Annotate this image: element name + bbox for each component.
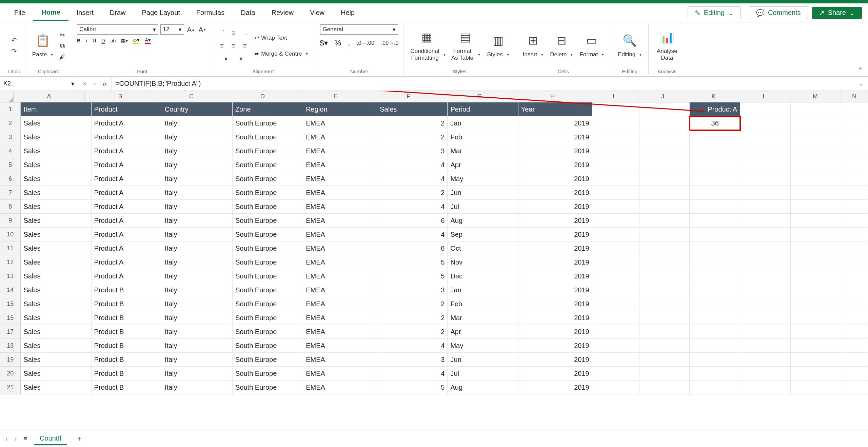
cell-styles-button[interactable]: ▥Styles [485,32,511,59]
cell-A6[interactable]: Sales [21,172,91,186]
cell-M16[interactable] [791,311,841,325]
tab-page-layout[interactable]: Page Layout [134,5,188,20]
cell-K13[interactable] [690,269,740,283]
cell-C19[interactable]: Italy [162,353,233,367]
cell-L16[interactable] [740,311,791,325]
cell-C4[interactable]: Italy [162,144,233,158]
cell-B18[interactable]: Product B [92,339,162,353]
cell-I19[interactable] [592,353,639,367]
cell-J2[interactable] [639,116,690,130]
cell-M6[interactable] [791,172,841,186]
row-header-2[interactable]: 2 [0,116,21,130]
cell-K8[interactable] [690,200,740,214]
cell-G2[interactable]: Jan [448,116,518,130]
cell-F17[interactable]: 2 [377,325,448,339]
cell-G6[interactable]: May [448,172,518,186]
cell-J7[interactable] [639,186,690,200]
cell-F19[interactable]: 3 [377,353,448,367]
editing-mode-button[interactable]: ✎ Editing ⌄ [688,6,741,19]
cell-N18[interactable] [841,339,868,353]
cell-J1[interactable] [639,102,690,116]
comments-button[interactable]: 💬 Comments [749,6,808,19]
number-format-select[interactable]: General▾ [320,24,398,35]
cell-N3[interactable] [841,130,868,144]
cell-N7[interactable] [841,186,868,200]
cell-F4[interactable]: 3 [377,144,448,158]
cell-I6[interactable] [592,172,639,186]
undo-icon[interactable]: ↶ [9,36,19,45]
cell-I17[interactable] [592,325,639,339]
cell-B1[interactable]: Product [92,102,162,116]
fill-color-button[interactable]: ◇▾ [133,37,139,44]
cell-B20[interactable]: Product B [92,367,162,381]
cell-L5[interactable] [740,158,791,172]
cell-E13[interactable]: EMEA [303,269,377,283]
cell-G1[interactable]: Period [448,102,518,116]
cell-F20[interactable]: 4 [377,367,448,381]
cell-H11[interactable]: 2019 [518,241,592,255]
insert-cells-button[interactable]: ⊞Insert [521,32,546,59]
cell-A3[interactable]: Sales [21,130,91,144]
cell-D12[interactable]: South Europe [233,255,303,269]
cell-G3[interactable]: Feb [448,130,518,144]
cell-E21[interactable]: EMEA [303,381,377,394]
cell-F1[interactable]: Sales [377,102,448,116]
cell-M10[interactable] [791,228,841,241]
cell-L7[interactable] [740,186,791,200]
cell-M12[interactable] [791,255,841,269]
cell-J21[interactable] [639,381,690,394]
tab-draw[interactable]: Draw [102,5,134,20]
cell-D1[interactable]: Zone [233,102,303,116]
tab-help[interactable]: Help [333,5,363,20]
cell-D3[interactable]: South Europe [233,130,303,144]
cell-K6[interactable] [690,172,740,186]
cell-L10[interactable] [740,228,791,241]
comma-button[interactable]: , [348,39,350,47]
row-header-16[interactable]: 16 [0,311,21,325]
cell-G8[interactable]: Jul [448,200,518,214]
underline-button[interactable]: U [93,38,96,43]
add-sheet-button[interactable]: + [74,434,85,443]
cell-H8[interactable]: 2019 [518,200,592,214]
row-header-3[interactable]: 3 [0,130,21,144]
cell-H5[interactable]: 2019 [518,158,592,172]
cell-I20[interactable] [592,367,639,381]
cell-K14[interactable] [690,283,740,297]
cell-B5[interactable]: Product A [92,158,162,172]
row-header-18[interactable]: 18 [0,339,21,353]
cell-G16[interactable]: Mar [448,311,518,325]
cell-F14[interactable]: 3 [377,283,448,297]
cell-M21[interactable] [791,381,841,394]
cell-A2[interactable]: Sales [21,116,91,130]
cell-E6[interactable]: EMEA [303,172,377,186]
conditional-formatting-button[interactable]: ▦Conditional Formatting [408,29,446,63]
cell-C6[interactable]: Italy [162,172,233,186]
tab-file[interactable]: File [6,5,33,20]
cell-G20[interactable]: Jul [448,367,518,381]
cell-B14[interactable]: Product B [92,283,162,297]
cell-M17[interactable] [791,325,841,339]
ribbon-collapse-icon[interactable]: ⌃ [857,66,863,74]
cell-F21[interactable]: 5 [377,381,448,394]
cell-H17[interactable]: 2019 [518,325,592,339]
cell-D5[interactable]: South Europe [233,158,303,172]
cell-G13[interactable]: Dec [448,269,518,283]
bold-button[interactable]: B [77,38,80,43]
cell-B9[interactable]: Product A [92,214,162,228]
cell-I18[interactable] [592,339,639,353]
editing-dropdown[interactable]: 🔍Editing [616,32,644,59]
delete-cells-button[interactable]: ⊟Delete [548,32,575,59]
cell-F9[interactable]: 6 [377,214,448,228]
all-sheets-icon[interactable]: ≡ [23,435,27,443]
cell-K12[interactable] [690,255,740,269]
cell-I15[interactable] [592,297,639,311]
col-header-H[interactable]: H [515,91,590,102]
cell-F2[interactable]: 2 [377,116,448,130]
cell-K20[interactable] [690,367,740,381]
cell-B6[interactable]: Product A [92,172,162,186]
cell-C11[interactable]: Italy [162,241,233,255]
cell-L13[interactable] [740,269,791,283]
cell-D8[interactable]: South Europe [233,200,303,214]
row-header-11[interactable]: 11 [0,241,21,255]
cell-N5[interactable] [841,158,868,172]
